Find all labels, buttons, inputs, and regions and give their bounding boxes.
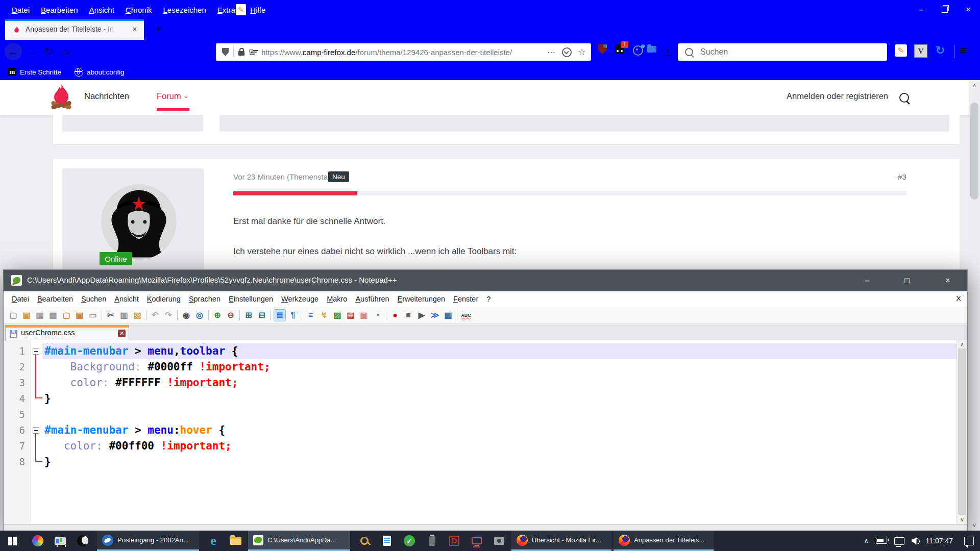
- file-monitoring-icon[interactable]: ◔: [372, 310, 383, 321]
- notepadpp-titlebar[interactable]: C:\Users\Andi\AppData\Roaming\Mozilla\Fi…: [4, 270, 967, 291]
- taskbar-edge-icon[interactable]: e: [202, 531, 225, 551]
- firefox-menu-lesezeichen[interactable]: Lesezeichen: [159, 4, 211, 16]
- npp-menu-suchen[interactable]: Suchen: [77, 293, 110, 305]
- login-link[interactable]: Anmelden oder registrieren: [787, 91, 888, 101]
- network-monitor-icon[interactable]: [894, 537, 904, 545]
- taskbar-gray-app-icon[interactable]: [421, 531, 443, 551]
- site-permissions-icon[interactable]: [249, 48, 256, 56]
- bookmark-erste-schritte[interactable]: m Erste Schritte: [8, 68, 61, 76]
- tray-chevron-icon[interactable]: ∧: [864, 537, 869, 544]
- nav-nachrichten[interactable]: Nachrichten: [84, 91, 129, 101]
- code-editor[interactable]: 12345678 #main-menubar > menu,toolbar { …: [4, 340, 967, 524]
- npp-maximize-button[interactable]: □: [894, 270, 920, 291]
- taskbar-explorer-icon[interactable]: [225, 531, 247, 551]
- npp-menu-makro[interactable]: Makro: [323, 293, 351, 305]
- replace-icon[interactable]: ◎: [194, 310, 205, 321]
- function-list-icon[interactable]: ↯: [318, 310, 330, 321]
- page-scrollbar[interactable]: ∧ ∨: [969, 80, 980, 531]
- macro-save-icon[interactable]: ▦: [443, 310, 454, 321]
- npp-menu-datei[interactable]: Datei: [8, 293, 33, 305]
- npp-menu-erweiterungen[interactable]: Erweiterungen: [394, 293, 450, 305]
- taskbar-camera-icon[interactable]: [488, 531, 510, 551]
- reload-button[interactable]: ↻: [40, 43, 58, 60]
- bookmark-star-icon[interactable]: ☆: [578, 48, 586, 56]
- cut-icon[interactable]: ✂: [105, 310, 116, 321]
- taskbar-dark-circle-app-icon[interactable]: [71, 531, 94, 551]
- nav-forum[interactable]: Forum ⌄: [157, 91, 188, 101]
- code-line-6[interactable]: #main-menubar > menu:hover {: [4, 422, 957, 438]
- url-bar[interactable]: https://www.camp-firefox.de/forum/thema/…: [216, 43, 591, 61]
- taskbar-keepass-icon[interactable]: [353, 531, 376, 551]
- new-tab-button[interactable]: +: [151, 22, 166, 37]
- spell-check-icon[interactable]: ABC: [460, 310, 472, 321]
- taskbar-thunderbird-button[interactable]: Posteingang - 2002An...: [97, 531, 199, 551]
- downloads-icon[interactable]: ↓: [664, 44, 673, 55]
- npp-menu-ansicht[interactable]: Ansicht: [110, 293, 143, 305]
- show-all-characters-icon[interactable]: ¶: [287, 310, 299, 321]
- taskbar-presentation-app-icon[interactable]: [49, 531, 71, 551]
- npp-menu-item[interactable]: ?: [482, 293, 495, 305]
- npp-menu-kodierung[interactable]: Kodierung: [143, 293, 185, 305]
- npp-menu-einstellungen[interactable]: Einstellungen: [225, 293, 277, 305]
- save-icon[interactable]: ▦: [34, 310, 45, 321]
- notes-toolbar-icon[interactable]: ✎: [895, 44, 907, 57]
- npp-minimize-button[interactable]: –: [854, 270, 880, 291]
- copy-icon[interactable]: ▥: [118, 310, 130, 321]
- macro-run-multiple-icon[interactable]: ≫: [429, 310, 440, 321]
- post-number[interactable]: #3: [898, 172, 906, 182]
- taskbar-firefox-button-uebersicht[interactable]: Übersicht - Mozilla Fir...: [511, 531, 611, 551]
- macro-record-icon[interactable]: ●: [389, 310, 401, 321]
- close-button[interactable]: ×: [957, 0, 980, 19]
- post-timestamp[interactable]: Vor 23 Minuten (Themenstarter): [233, 172, 342, 181]
- taskbar-notepadpp-button[interactable]: C:\Users\Andi\AppDa...: [248, 531, 350, 551]
- note-extension-icon[interactable]: ✎: [236, 4, 246, 15]
- speaker-icon[interactable]: [912, 537, 920, 544]
- macro-play-icon[interactable]: ▶: [416, 310, 427, 321]
- taskbar-firefox-button-anpassen[interactable]: Anpassen der Titleleis...: [614, 531, 714, 551]
- battery-icon[interactable]: [876, 538, 887, 544]
- browser-tab[interactable]: Anpassen der Titelleiste - In ×: [5, 19, 144, 40]
- scrollbar-thumb[interactable]: [970, 103, 978, 199]
- minimize-button[interactable]: –: [910, 0, 933, 19]
- taskbar-antivirus-icon[interactable]: ✓: [398, 531, 421, 551]
- firefox-menu-chronik[interactable]: Chronik: [121, 4, 157, 16]
- word-wrap-icon[interactable]: ≣: [274, 310, 285, 321]
- firefox-menu-hilfe[interactable]: Hilfe: [246, 4, 270, 16]
- npp-close-button[interactable]: ×: [935, 270, 961, 291]
- home-button[interactable]: ⌂: [57, 43, 74, 60]
- clock[interactable]: 11:07:47: [926, 537, 953, 545]
- code-line-3[interactable]: color: #FFFFFF !important;: [4, 375, 957, 391]
- campfire-logo[interactable]: [47, 83, 76, 112]
- print-icon[interactable]: ▭: [87, 310, 99, 321]
- new-file-icon[interactable]: ▢: [8, 310, 19, 321]
- firefox-menu-ansicht[interactable]: Ansicht: [85, 4, 119, 16]
- firefox-menu-bearbeiten[interactable]: Bearbeiten: [36, 4, 83, 16]
- folder-extension-icon[interactable]: [647, 46, 656, 53]
- npp-menu-werkzeuge[interactable]: Werkzeuge: [277, 293, 323, 305]
- find-icon[interactable]: ◉: [181, 310, 192, 321]
- forum-search-icon[interactable]: [899, 93, 909, 103]
- pocket-icon[interactable]: [562, 47, 572, 57]
- fold-marker-line1[interactable]: [33, 348, 39, 355]
- zoom-in-icon[interactable]: ⊕: [212, 310, 223, 321]
- firefox-menu-datei[interactable]: Datei: [7, 4, 34, 16]
- privacy-extension-icon[interactable]: 1: [615, 44, 624, 54]
- scroll-down-icon[interactable]: ∨: [969, 522, 980, 529]
- page-actions-icon[interactable]: ⋯: [547, 47, 556, 57]
- sync-horizontal-icon[interactable]: ⊟: [256, 310, 267, 321]
- document-switcher-icon[interactable]: ▤: [345, 310, 356, 321]
- taskbar-pinwheel-app-icon[interactable]: [27, 531, 49, 551]
- code-line-7[interactable]: color: #00ff00 !important;: [4, 438, 957, 454]
- undo-icon[interactable]: ↶: [150, 310, 161, 321]
- redo-icon[interactable]: ↷: [163, 310, 174, 321]
- zoom-out-icon[interactable]: ⊖: [225, 310, 236, 321]
- ublock-extension-icon[interactable]: 1: [598, 44, 607, 54]
- v-extension-icon[interactable]: V: [914, 44, 927, 58]
- search-bar[interactable]: Suchen: [678, 43, 887, 61]
- editor-scrollbar[interactable]: ∧ ∨: [957, 340, 967, 524]
- code-line-4[interactable]: }: [4, 391, 957, 407]
- paste-icon[interactable]: ▧: [132, 310, 143, 321]
- open-icon[interactable]: ▣: [21, 310, 32, 321]
- code-line-2[interactable]: Background: #0000ff !important;: [4, 359, 957, 375]
- document-tab-close-icon[interactable]: ✕: [118, 330, 126, 337]
